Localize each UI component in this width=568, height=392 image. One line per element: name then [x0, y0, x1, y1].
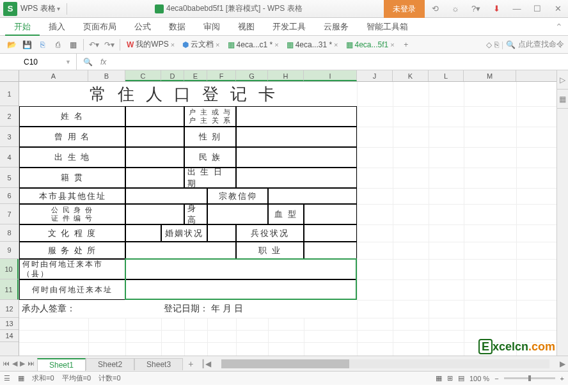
tab-close-icon[interactable]: × — [334, 41, 338, 49]
col-header-F[interactable]: F — [207, 70, 236, 81]
col-header-C[interactable]: C — [125, 70, 161, 81]
menu-start[interactable]: 开始 — [5, 18, 40, 36]
menu-insert[interactable]: 插入 — [40, 18, 74, 36]
label-nation[interactable]: 民 族 — [184, 147, 236, 168]
update-icon[interactable]: ⬇ — [486, 0, 507, 18]
input-moveaddr[interactable] — [125, 279, 357, 300]
doctab-1[interactable]: ▦4eca...c1 *× — [224, 40, 283, 49]
print-icon[interactable]: ⎙ — [51, 38, 64, 51]
col-header-G[interactable]: G — [236, 70, 268, 81]
zoom-value[interactable]: 100 % — [469, 375, 489, 382]
label-religion[interactable]: 宗教信仰 — [207, 188, 268, 204]
sync-icon[interactable]: ⟲ — [425, 0, 445, 18]
save-icon[interactable]: 💾 — [20, 38, 33, 51]
input-nation[interactable] — [236, 147, 357, 168]
menu-data[interactable]: 数据 — [160, 18, 194, 36]
label-name[interactable]: 姓 名 — [19, 106, 125, 127]
menu-cloud[interactable]: 云服务 — [315, 18, 358, 36]
input-military[interactable] — [304, 224, 357, 242]
copy-icon[interactable]: ⎘ — [494, 40, 499, 49]
input-relation[interactable] — [236, 106, 357, 127]
namebox-dropdown-icon[interactable]: ▼ — [65, 59, 71, 65]
view-normal-icon[interactable]: ▦ — [436, 374, 442, 382]
col-header-H[interactable]: H — [268, 70, 304, 81]
label-military[interactable]: 兵役状况 — [236, 224, 304, 242]
login-button[interactable]: 未登录 — [384, 0, 425, 18]
row-header-2[interactable]: 2 — [0, 106, 19, 127]
label-otheraddr[interactable]: 本市县其他住址 — [19, 188, 125, 204]
col-header-E[interactable]: E — [184, 70, 207, 81]
row-header-4[interactable]: 4 — [0, 147, 19, 168]
label-native[interactable]: 籍 贯 — [19, 168, 125, 188]
label-regdate[interactable]: 登记日期： 年 月 日 — [161, 300, 357, 318]
tab-close-icon[interactable]: × — [216, 41, 219, 49]
search-placeholder[interactable]: 点此查找命令 — [518, 39, 564, 50]
label-blood[interactable]: 血 型 — [268, 204, 304, 224]
sheet-tab-1[interactable]: Sheet1 — [37, 358, 86, 371]
label-relation[interactable]: 户 主 或 与 户 主 关 系 — [184, 106, 236, 127]
label-birthdate[interactable]: 出 生 日 期 — [184, 168, 236, 188]
input-blood[interactable] — [304, 204, 357, 224]
status-menu-icon[interactable]: ☰ — [4, 374, 10, 382]
collapse-ribbon-icon[interactable]: ⌃ — [555, 22, 568, 32]
row-header-6[interactable]: 6 — [0, 188, 19, 204]
col-header-I[interactable]: I — [304, 70, 357, 81]
col-header-K[interactable]: K — [393, 70, 429, 81]
label-height[interactable]: 身 高 — [184, 204, 207, 224]
input-oldname[interactable] — [125, 127, 184, 147]
label-idnum[interactable]: 公 民 身 份 证 件 编 号 — [19, 204, 125, 224]
input-name[interactable] — [125, 106, 184, 127]
horizontal-scrollbar[interactable] — [221, 359, 549, 368]
preview-icon[interactable]: ▦ — [67, 38, 79, 51]
input-height[interactable] — [207, 204, 268, 224]
row-header-8[interactable]: 8 — [0, 224, 19, 242]
col-header-L[interactable]: L — [429, 70, 464, 81]
label-job[interactable]: 职 业 — [236, 242, 304, 259]
label-oldname[interactable]: 曾 用 名 — [19, 127, 125, 147]
sheet-last-icon[interactable]: ⏭ — [28, 359, 35, 368]
new-tab-icon[interactable]: + — [400, 38, 413, 51]
col-header-A[interactable]: A — [19, 70, 88, 81]
fx-label[interactable]: fx — [100, 58, 106, 67]
input-religion[interactable] — [268, 188, 357, 204]
menu-review[interactable]: 审阅 — [194, 18, 229, 36]
row-header-13[interactable]: 13 — [0, 318, 19, 330]
tab-close-icon[interactable]: × — [274, 41, 278, 49]
tab-close-icon[interactable]: × — [390, 41, 394, 49]
row-header-9[interactable]: 9 — [0, 242, 19, 259]
sheet-prev-icon[interactable]: ◀ — [12, 359, 17, 368]
col-header-M[interactable]: M — [464, 70, 516, 81]
sheet-tab-2[interactable]: Sheet2 — [86, 358, 134, 370]
row-header-12[interactable]: 12 — [0, 300, 19, 318]
close-button[interactable]: ✕ — [548, 0, 568, 18]
label-edu[interactable]: 文 化 程 度 — [19, 224, 125, 242]
redo-icon[interactable]: ↷▾ — [103, 38, 116, 51]
input-otheraddr[interactable] — [125, 188, 207, 204]
label-workplace[interactable]: 服 务 处 所 — [19, 242, 125, 259]
maximize-button[interactable]: ☐ — [527, 0, 548, 18]
col-header-D[interactable]: D — [161, 70, 184, 81]
sheet-next-icon[interactable]: ▶ — [20, 359, 25, 368]
settings-icon[interactable]: ☼ — [445, 0, 466, 18]
label-sex[interactable]: 性 别 — [184, 127, 236, 147]
menu-dev[interactable]: 开发工具 — [264, 18, 315, 36]
sidebar-tool-icon[interactable]: ▦ — [557, 90, 568, 109]
input-idnum[interactable] — [125, 204, 184, 224]
help-icon[interactable]: ?▾ — [466, 0, 486, 18]
input-job[interactable] — [304, 242, 357, 259]
open-icon[interactable]: 📂 — [5, 38, 18, 51]
sheet-first-icon[interactable]: ⏮ — [3, 359, 10, 368]
name-box[interactable]: ▼ — [0, 54, 77, 70]
input-movecity[interactable] — [125, 259, 357, 279]
hscroll-thumb[interactable] — [221, 359, 349, 368]
shape-icon[interactable]: ◇ — [486, 40, 492, 49]
zoom-thumb[interactable] — [528, 375, 531, 381]
input-marriage[interactable] — [207, 224, 236, 242]
name-box-input[interactable] — [5, 57, 56, 67]
app-dropdown-icon[interactable]: ▾ — [57, 5, 60, 12]
sidebar-close-icon[interactable]: ▷ — [557, 70, 568, 90]
input-edu[interactable] — [125, 224, 161, 242]
zoom-in-icon[interactable]: + — [560, 375, 564, 382]
input-sex[interactable] — [236, 127, 357, 147]
export-icon[interactable]: ⎘ — [36, 38, 49, 51]
